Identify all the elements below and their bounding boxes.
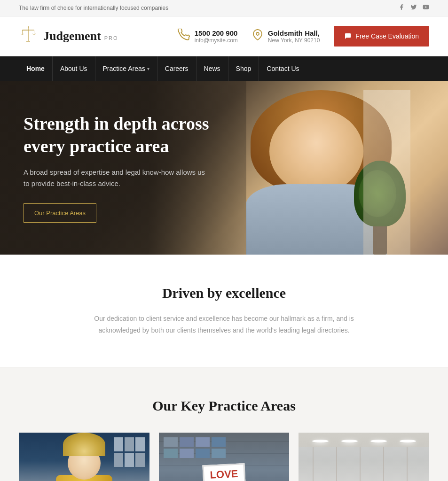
practice-card-2[interactable]: LOVE not hate — [159, 433, 290, 481]
nav-item-careers[interactable]: Careers — [157, 56, 196, 81]
twitter-icon[interactable] — [410, 4, 417, 12]
free-case-evaluation-button[interactable]: Free Case Evaluation — [334, 26, 429, 47]
hero-content: Strength in depth across every practice … — [0, 94, 246, 241]
practice-areas-button[interactable]: Our Practice Areas — [24, 203, 96, 223]
address-contact: Goldsmith Hall, New York, NY 90210 — [252, 29, 320, 44]
scales-icon — [19, 25, 38, 47]
logo-suffix: PRO — [104, 35, 118, 41]
excellence-title: Driven by excellence — [19, 285, 429, 301]
hero-title: Strength in depth across every practice … — [24, 113, 223, 157]
nav-item-about[interactable]: About Us — [53, 56, 95, 81]
practice-card-3[interactable] — [299, 433, 429, 481]
nav-item-home[interactable]: Home — [19, 56, 53, 81]
social-icons — [398, 4, 429, 12]
love-sign-line1: LOVE — [209, 469, 238, 481]
header-contact: 1500 200 900 info@mysite.com Goldsmith H… — [178, 26, 429, 47]
nav-item-news[interactable]: News — [196, 56, 228, 81]
excellence-section: Driven by excellence Our dedication to c… — [0, 255, 448, 367]
address-line1: Goldsmith Hall, — [268, 29, 320, 37]
hero-section: Strength in depth across every practice … — [0, 81, 448, 255]
practice-card-1[interactable] — [19, 433, 149, 481]
hero-button-label: Our Practice Areas — [34, 209, 86, 217]
logo-name: Judgement — [43, 29, 101, 43]
top-bar-tagline: The law firm of choice for international… — [19, 5, 168, 11]
location-icon — [252, 29, 263, 43]
address-details: Goldsmith Hall, New York, NY 90210 — [268, 29, 320, 44]
logo-text-group: Judgement PRO — [43, 29, 118, 43]
hero-image — [232, 90, 410, 255]
hero-overlay: Strength in depth across every practice … — [0, 81, 246, 255]
address-line2: New York, NY 90210 — [268, 37, 320, 44]
phone-icon — [178, 29, 190, 44]
phone-email: info@mysite.com — [195, 37, 238, 44]
nav-item-contact[interactable]: Contact Us — [259, 56, 307, 81]
cta-label: Free Case Evaluation — [355, 32, 419, 40]
top-bar: The law firm of choice for international… — [0, 0, 448, 16]
hero-subtitle: A broad spread of expertise and legal kn… — [24, 167, 212, 189]
phone-details: 1500 200 900 info@mysite.com — [195, 29, 238, 44]
dropdown-arrow-icon: ▾ — [147, 66, 149, 71]
practice-section: Our Key Practice Areas — [0, 367, 448, 481]
practice-cards: LOVE not hate — [19, 433, 429, 481]
svg-point-7 — [28, 26, 29, 27]
youtube-icon[interactable] — [423, 4, 429, 12]
header: Judgement PRO 1500 200 900 info@mysite.c… — [0, 16, 448, 56]
phone-contact: 1500 200 900 info@mysite.com — [178, 29, 238, 44]
nav-item-shop[interactable]: Shop — [228, 56, 259, 81]
nav-item-practice-areas[interactable]: Practice Areas ▾ — [95, 56, 157, 81]
svg-rect-5 — [26, 41, 30, 42]
svg-point-8 — [256, 32, 259, 35]
excellence-text: Our dedication to client service and exc… — [93, 313, 356, 336]
main-nav: Home About Us Practice Areas ▾ Careers N… — [0, 56, 448, 81]
logo[interactable]: Judgement PRO — [19, 25, 118, 47]
phone-number: 1500 200 900 — [195, 29, 238, 37]
practice-section-title: Our Key Practice Areas — [19, 398, 429, 414]
facebook-icon[interactable] — [398, 4, 405, 12]
